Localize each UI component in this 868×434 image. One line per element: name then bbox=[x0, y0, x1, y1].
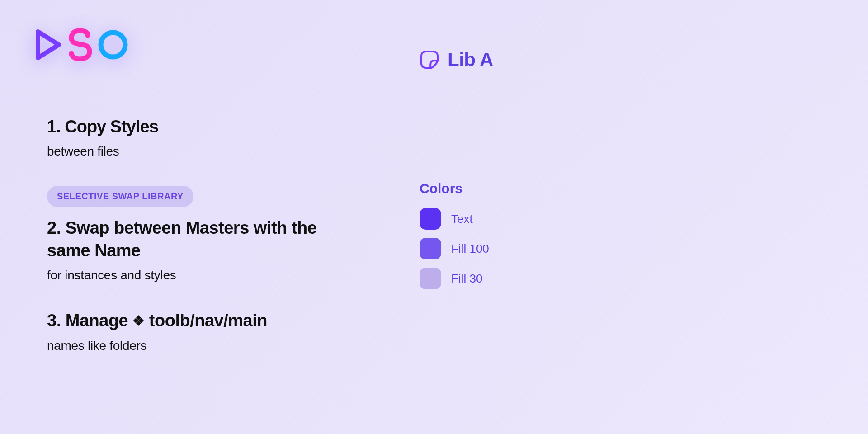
color-name: Fill 100 bbox=[451, 242, 489, 256]
feature-subtitle: names like folders bbox=[47, 339, 336, 353]
logo bbox=[33, 28, 129, 61]
swatch bbox=[420, 238, 441, 259]
colors-panel: Colors Text Fill 100 Fill 30 bbox=[420, 181, 489, 289]
color-name: Fill 30 bbox=[451, 272, 482, 286]
colors-heading: Colors bbox=[420, 181, 489, 196]
feature-swap-masters: SELECTIVE SWAP LIBRARY 2. Swap between M… bbox=[47, 186, 336, 283]
color-item-fill-30[interactable]: Fill 30 bbox=[420, 268, 489, 289]
library-title: Lib A bbox=[448, 49, 493, 71]
feature-title: 3. Manage ❖ toolb/nav/main bbox=[47, 310, 336, 332]
feature-title: 2. Swap between Masters with the same Na… bbox=[47, 217, 336, 262]
feature-copy-styles: 1. Copy Styles between files bbox=[47, 116, 336, 159]
play-icon bbox=[33, 28, 64, 61]
feature-subtitle: for instances and styles bbox=[47, 268, 336, 283]
color-item-fill-100[interactable]: Fill 100 bbox=[420, 238, 489, 259]
feature-title-before: 3. Manage bbox=[47, 311, 132, 330]
sticker-icon bbox=[420, 50, 439, 70]
circle-icon bbox=[97, 28, 129, 61]
swatch bbox=[420, 268, 441, 289]
color-name: Text bbox=[451, 212, 473, 226]
pill-selective-swap: SELECTIVE SWAP LIBRARY bbox=[47, 186, 193, 207]
svg-point-0 bbox=[101, 33, 125, 57]
feature-title-after: toolb/nav/main bbox=[145, 311, 267, 330]
feature-title: 1. Copy Styles bbox=[47, 116, 336, 138]
feature-manage-names: 3. Manage ❖ toolb/nav/main names like fo… bbox=[47, 310, 336, 353]
component-icon: ❖ bbox=[132, 312, 145, 330]
feature-list: 1. Copy Styles between files SELECTIVE S… bbox=[47, 116, 336, 353]
color-item-text[interactable]: Text bbox=[420, 208, 489, 230]
library-header: Lib A bbox=[420, 49, 493, 71]
letter-s-icon bbox=[66, 28, 95, 61]
swatch bbox=[420, 208, 441, 230]
feature-subtitle: between files bbox=[47, 144, 336, 159]
color-list: Text Fill 100 Fill 30 bbox=[420, 208, 489, 289]
